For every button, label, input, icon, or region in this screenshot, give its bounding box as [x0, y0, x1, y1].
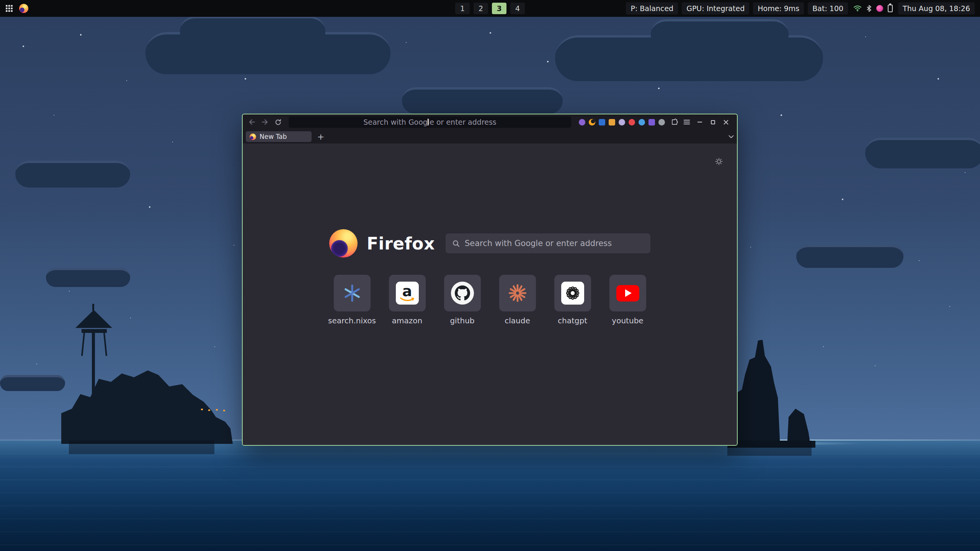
github-logo-icon	[451, 282, 474, 305]
extension-icon-5[interactable]	[619, 119, 625, 126]
rock-reflection	[727, 440, 812, 456]
workspace-3[interactable]: 3	[492, 3, 506, 14]
shortcut-label: claude	[505, 316, 530, 325]
workspace-1[interactable]: 1	[455, 3, 470, 14]
gpu-module[interactable]: GPU: Integrated	[682, 2, 749, 15]
url-bar-placeholder: Search with Google or enter address	[363, 118, 497, 126]
firefox-logo-icon	[329, 229, 358, 258]
system-tray	[852, 5, 894, 12]
extension-icon-9[interactable]	[658, 119, 665, 126]
shortcut-chatgpt[interactable]: chatgpt	[554, 275, 591, 325]
shortcut-label: chatgpt	[558, 316, 587, 325]
shortcut-youtube[interactable]: youtube	[609, 275, 646, 325]
shortcut-tile[interactable]	[334, 275, 371, 311]
firefox-wordmark: Firefox	[367, 234, 435, 253]
chatgpt-logo-icon	[561, 282, 584, 305]
extension-icon-3[interactable]	[599, 119, 605, 126]
text-caret	[428, 119, 428, 126]
tab-new-tab[interactable]: New Tab	[246, 131, 312, 142]
shortcut-tile[interactable]	[499, 275, 536, 311]
reload-button[interactable]	[272, 116, 284, 128]
tab-title: New Tab	[260, 133, 287, 140]
youtube-logo-icon	[616, 285, 639, 302]
new-tab-button[interactable]: +	[315, 131, 326, 142]
workspace-switcher: 1 2 3 4	[455, 3, 525, 14]
island-reflection	[69, 440, 214, 454]
shortcut-github[interactable]: github	[444, 275, 481, 325]
amazon-logo-icon: a	[396, 282, 419, 305]
ocean	[0, 440, 980, 551]
search-input[interactable]	[465, 239, 644, 248]
notification-dot-icon[interactable]	[876, 5, 883, 12]
shortcut-grid: search.nixos a amazon	[243, 275, 737, 325]
new-tab-page: Firefox search.nixos	[243, 143, 737, 445]
shortcut-tile[interactable]	[609, 275, 646, 311]
shortcut-label: search.nixos	[328, 316, 376, 325]
shortcut-tile[interactable]: a	[389, 275, 426, 311]
extension-toolbar	[576, 119, 668, 126]
back-button[interactable]	[246, 116, 258, 128]
personalize-gear-icon[interactable]	[715, 157, 723, 167]
extension-icon-2[interactable]	[589, 119, 595, 126]
status-bar: 1 2 3 4 P: Balanced GPU: Integrated Home…	[0, 0, 980, 17]
shortcut-tile[interactable]	[554, 275, 591, 311]
cloud	[651, 19, 789, 50]
shortcut-label: youtube	[612, 316, 643, 325]
search-icon	[452, 240, 460, 247]
close-button[interactable]	[722, 119, 729, 126]
cloud	[402, 87, 563, 114]
battery-module[interactable]: Bat: 100	[808, 2, 848, 15]
extension-icon-8[interactable]	[648, 119, 655, 126]
browser-toolbar: Search with Google or enter address	[243, 114, 737, 130]
wifi-icon[interactable]	[853, 5, 862, 12]
firefox-window: Search with Google or enter address	[242, 114, 738, 446]
newtab-hero: Firefox	[243, 229, 737, 258]
claude-logo-icon	[508, 284, 527, 303]
cloud	[796, 245, 903, 268]
bluetooth-icon[interactable]	[866, 5, 872, 12]
shortcut-claude[interactable]: claude	[499, 275, 536, 325]
cloud	[180, 16, 325, 47]
firefox-launcher-icon[interactable]	[19, 4, 28, 13]
shortcut-search-nixos[interactable]: search.nixos	[334, 275, 371, 325]
latency-module[interactable]: Home: 9ms	[753, 2, 804, 15]
workspace-2[interactable]: 2	[474, 3, 488, 14]
shortcut-tile[interactable]	[444, 275, 481, 311]
maximize-button[interactable]	[709, 119, 716, 126]
cloud	[15, 161, 130, 187]
tab-bar: New Tab +	[243, 130, 737, 143]
extension-icon-1[interactable]	[579, 119, 585, 126]
nixos-logo-icon	[343, 284, 362, 303]
extensions-puzzle-icon[interactable]	[669, 116, 680, 128]
app-launcher-icon[interactable]	[5, 5, 13, 12]
shortcut-label: amazon	[392, 316, 422, 325]
cloud	[865, 138, 980, 168]
firefox-favicon	[250, 134, 256, 140]
list-all-tabs-icon[interactable]	[728, 135, 734, 139]
extension-icon-4[interactable]	[609, 119, 615, 126]
device-battery-icon[interactable]	[888, 5, 893, 12]
shortcut-amazon[interactable]: a amazon	[389, 275, 426, 325]
clock[interactable]: Thu Aug 08, 18:26	[898, 2, 975, 15]
extension-icon-6[interactable]	[629, 119, 635, 126]
forward-button[interactable]	[259, 116, 271, 128]
newtab-search-box[interactable]	[446, 233, 650, 253]
power-profile-module[interactable]: P: Balanced	[626, 2, 678, 15]
window-controls	[693, 119, 734, 126]
shortcut-label: github	[450, 316, 474, 325]
extension-icon-7[interactable]	[639, 119, 645, 126]
cloud	[46, 268, 130, 287]
url-bar[interactable]: Search with Google or enter address	[289, 116, 571, 128]
workspace-4[interactable]: 4	[510, 3, 525, 14]
minimize-button[interactable]	[696, 119, 703, 126]
island-silhouette	[54, 298, 260, 444]
menu-icon[interactable]	[681, 116, 693, 128]
